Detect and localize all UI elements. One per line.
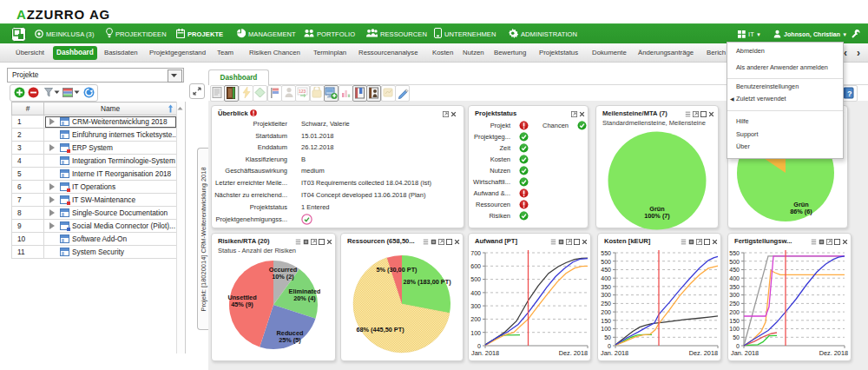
svg-text:200: 200 xyxy=(601,309,611,315)
svg-text:400: 400 xyxy=(601,275,611,281)
svg-text:0: 0 xyxy=(608,343,611,349)
svg-text:10% (2): 10% (2) xyxy=(272,273,294,281)
svg-text:0: 0 xyxy=(477,343,481,349)
svg-text:300: 300 xyxy=(729,292,740,298)
svg-text:500: 500 xyxy=(470,276,481,282)
svg-text:86% (6): 86% (6) xyxy=(790,208,812,215)
svg-text:350: 350 xyxy=(729,284,740,290)
svg-text:700: 700 xyxy=(470,250,481,256)
svg-text:5% (30,00 PT): 5% (30,00 PT) xyxy=(376,266,418,274)
svg-text:50: 50 xyxy=(604,334,611,340)
svg-text:450: 450 xyxy=(601,267,611,273)
svg-text:20% (4): 20% (4) xyxy=(293,294,316,302)
svg-text:100% (7): 100% (7) xyxy=(644,212,670,220)
svg-text:300: 300 xyxy=(470,303,481,309)
svg-text:50: 50 xyxy=(733,334,740,340)
svg-text:400: 400 xyxy=(729,275,740,281)
svg-text:0: 0 xyxy=(736,343,740,349)
svg-text:550: 550 xyxy=(601,250,611,256)
svg-text:200: 200 xyxy=(470,316,481,322)
svg-text:600: 600 xyxy=(470,263,481,269)
svg-text:123: 123 xyxy=(299,89,306,94)
svg-text:500: 500 xyxy=(601,259,611,265)
svg-text:68% (445,50 PT): 68% (445,50 PT) xyxy=(356,326,404,334)
svg-text:100: 100 xyxy=(601,326,611,332)
svg-text:200: 200 xyxy=(729,309,740,315)
svg-text:28% (183,00 PT): 28% (183,00 PT) xyxy=(403,278,451,286)
svg-text:250: 250 xyxy=(601,301,611,307)
svg-text:150: 150 xyxy=(729,318,740,324)
svg-text:350: 350 xyxy=(601,284,611,290)
svg-text:45% (9): 45% (9) xyxy=(231,301,253,308)
svg-text:550: 550 xyxy=(729,250,740,256)
svg-text:100: 100 xyxy=(470,330,481,336)
svg-text:100: 100 xyxy=(729,326,740,332)
svg-text:?: ? xyxy=(847,89,852,98)
svg-text:150: 150 xyxy=(601,318,611,324)
svg-text:250: 250 xyxy=(729,301,740,307)
svg-text:500: 500 xyxy=(729,259,740,265)
svg-text:300: 300 xyxy=(601,292,611,298)
svg-text:25% (5): 25% (5) xyxy=(279,336,301,344)
svg-text:450: 450 xyxy=(729,267,740,273)
svg-text:400: 400 xyxy=(470,290,481,296)
